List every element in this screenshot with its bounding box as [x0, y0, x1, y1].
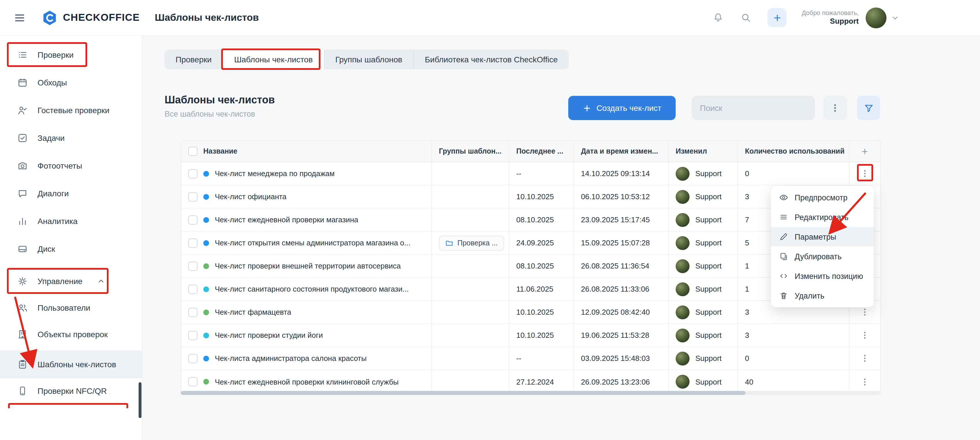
row-checkbox[interactable]	[188, 284, 197, 294]
menu-item-edit[interactable]: Редактировать	[771, 207, 874, 227]
usage-count-cell: 0	[738, 347, 850, 370]
horizontal-scrollbar-thumb[interactable]	[181, 391, 746, 395]
row-menu-button[interactable]	[858, 167, 872, 180]
sidebar-item-polzovateli[interactable]: Пользователи	[0, 294, 143, 322]
sidebar-item-dialogi[interactable]: Диалоги	[0, 179, 143, 207]
code-brackets-icon	[779, 272, 788, 281]
menu-item-label: Изменить позицию	[795, 272, 863, 280]
row-checkbox[interactable]	[188, 215, 197, 224]
chevron-down-icon[interactable]	[891, 14, 899, 22]
col-header-usage[interactable]: Количество использований	[745, 147, 845, 155]
menu-item-parameters[interactable]: Параметры	[771, 227, 874, 246]
row-checkbox[interactable]	[188, 261, 197, 270]
table-options-kebab-button[interactable]	[824, 96, 846, 120]
row-menu-button[interactable]	[858, 351, 872, 365]
row-checkbox[interactable]	[188, 192, 197, 201]
last-date-cell: 10.10.2025	[509, 324, 574, 346]
bell-icon[interactable]	[711, 11, 725, 25]
tab-gruppy-shablonov[interactable]: Группы шаблонов	[324, 50, 414, 69]
horizontal-scrollbar-track[interactable]	[181, 391, 881, 395]
template-name[interactable]: Чек-лист санитарного состояния продуктов…	[215, 285, 409, 293]
filter-button[interactable]	[857, 96, 880, 120]
last-date-cell: 10.10.2025	[509, 185, 574, 208]
quick-add-button[interactable]	[767, 8, 786, 27]
template-name[interactable]: Чек-лист менеджера по продажам	[215, 169, 335, 178]
last-date-cell: 11.06.2025	[509, 278, 574, 300]
col-header-name[interactable]: Название	[203, 147, 237, 155]
menu-item-delete[interactable]: Удалить	[771, 286, 874, 305]
tab-shablony-chek-listov[interactable]: Шаблоны чек-листов	[223, 50, 324, 69]
folder-icon	[445, 239, 453, 247]
menu-item-duplicate[interactable]: Дублировать	[771, 246, 874, 266]
template-name[interactable]: Чек-лист фармацевта	[215, 308, 291, 316]
checkoffice-logo[interactable]: CHECKOFFICE	[41, 10, 140, 26]
add-column-icon[interactable]	[861, 147, 869, 156]
sidebar-item-zadachi[interactable]: Задачи	[0, 124, 143, 152]
sidebar-item-upravlenie[interactable]: Управление	[0, 267, 143, 295]
changed-datetime-cell: 19.06.2025 11:53:28	[574, 324, 669, 346]
template-name[interactable]: Чек-листа администратора салона красоты	[215, 354, 367, 363]
changed-by-cell: Support	[695, 192, 722, 201]
template-name[interactable]: Чек-лист ежедневной проверки магазина	[215, 215, 358, 224]
sidebar-item-obhody[interactable]: Обходы	[0, 69, 143, 97]
changed-datetime-cell: 26.08.2025 11:33:06	[574, 278, 669, 300]
last-date-cell: 08.10.2025	[509, 208, 574, 231]
sidebar-scrollbar-thumb[interactable]	[138, 382, 142, 418]
check-square-icon	[18, 133, 28, 143]
hamburger-menu-icon[interactable]	[13, 11, 27, 25]
sidebar-item-disk[interactable]: Диск	[0, 235, 143, 263]
row-checkbox[interactable]	[188, 377, 197, 386]
menu-item-label: Удалить	[795, 291, 824, 300]
row-menu-button[interactable]	[858, 375, 872, 389]
checklist-icon	[18, 50, 28, 60]
sidebar-item-shablony-chek-listov[interactable]: Шаблоны чек-листов	[0, 351, 143, 378]
row-menu-button[interactable]	[858, 305, 872, 319]
chat-icon	[18, 188, 28, 199]
row-checkbox[interactable]	[188, 330, 197, 340]
changed-by-cell: Support	[695, 377, 722, 386]
sidebar-item-analitika[interactable]: Аналитика	[0, 207, 143, 235]
changed-datetime-cell: 03.09.2025 15:48:03	[574, 347, 669, 370]
table-row: Чек-лист ежедневной проверки клининговой…	[181, 370, 880, 393]
select-all-checkbox[interactable]	[188, 147, 197, 156]
search-input[interactable]	[692, 96, 815, 120]
template-name[interactable]: Чек-лист открытия смены администратора м…	[215, 238, 410, 247]
menu-item-change-position[interactable]: Изменить позицию	[771, 266, 874, 286]
sidebar-item-label: Шаблоны чек-листов	[38, 360, 116, 369]
table-row: Чек-лист проверки студии йоги 10.10.2025…	[181, 324, 880, 347]
sidebar-item-fotootchety[interactable]: Фотоотчеты	[0, 152, 143, 179]
sidebar-item-proverki-nfc-qr[interactable]: Проверки NFC/QR	[0, 377, 143, 405]
group-chip[interactable]: Проверка ...	[439, 235, 504, 250]
col-header-groups[interactable]: Группы шаблон...	[439, 147, 501, 155]
row-checkbox[interactable]	[188, 169, 197, 178]
template-name[interactable]: Чек-лист официанта	[215, 192, 286, 201]
status-dot	[203, 194, 209, 200]
status-dot	[203, 286, 209, 292]
row-checkbox[interactable]	[188, 354, 197, 363]
changed-by-cell: Support	[695, 308, 722, 316]
sidebar-item-gostevye-proverki[interactable]: Гостевые проверки	[0, 97, 143, 124]
user-avatar[interactable]	[865, 7, 886, 28]
usage-count-cell: 0	[738, 162, 850, 185]
col-header-last[interactable]: Последнее ...	[516, 147, 563, 155]
sidebar-item-obekty-proverok[interactable]: Объекты проверок	[0, 321, 143, 348]
tab-biblioteka-checkoffice[interactable]: Библиотека чек-листов CheckOffice	[414, 50, 568, 69]
row-checkbox[interactable]	[188, 238, 197, 248]
changed-datetime-cell: 26.09.2025 13:23:06	[574, 370, 669, 393]
status-dot	[203, 171, 209, 176]
template-name[interactable]: Чек-лист проверки внешней территории авт…	[215, 262, 401, 270]
row-checkbox[interactable]	[188, 308, 197, 317]
menu-item-preview[interactable]: Предпросмотр	[771, 187, 874, 207]
col-header-changed-by[interactable]: Изменил	[676, 147, 707, 155]
col-header-changed[interactable]: Дата и время измен...	[581, 147, 658, 155]
template-name[interactable]: Чек-лист проверки студии йоги	[215, 331, 323, 340]
row-menu-button[interactable]	[858, 328, 872, 342]
row-context-menu: Предпросмотр Редактировать Параметры Дуб…	[771, 186, 874, 307]
template-name[interactable]: Чек-лист ежедневной проверки клининговой…	[215, 377, 398, 386]
sidebar: Проверки Обходы Гостевые проверки Задачи…	[0, 36, 143, 440]
search-icon[interactable]	[738, 11, 752, 25]
tab-proverki[interactable]: Проверки	[165, 50, 223, 69]
sidebar-item-proverki[interactable]: Проверки	[0, 41, 143, 69]
create-checklist-button[interactable]: Создать чек-лист	[568, 96, 676, 120]
top-header: CHECKOFFICE Шаблоны чек-листов Добро пож…	[0, 0, 980, 36]
